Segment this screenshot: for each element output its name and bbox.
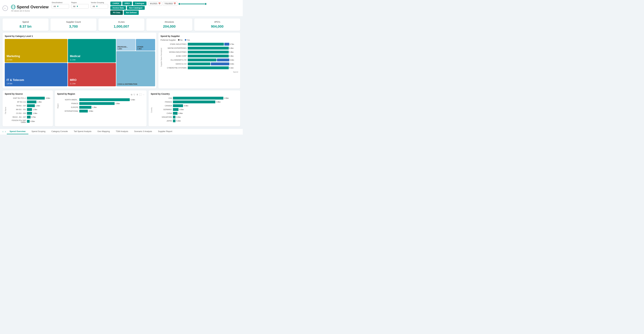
treemap-it[interactable]: IT & Telecom 1.6 bn — [5, 63, 68, 87]
opex-button[interactable]: OPEX — [122, 2, 132, 5]
no-text: No — [180, 39, 182, 41]
source-bar-value: 0.5bn — [30, 120, 35, 122]
download-icon[interactable]: ⬇ — [136, 93, 138, 96]
tab-item[interactable]: Spend Scoping — [29, 129, 48, 134]
supplier-bar-teal — [188, 63, 210, 65]
region-header: Spend by Region ⧉ ▽ ⬇ ⛶ ··· — [57, 93, 144, 97]
source-bar-fill — [27, 101, 36, 103]
supplier-bar-blue — [224, 43, 229, 46]
tab-item[interactable]: Spend Overview — [7, 129, 28, 134]
treemap-right-col: PROFESSI... 1.2bn OTHER 1.0bn COGS & DIS… — [116, 39, 155, 86]
supplier-bar-blue — [211, 63, 229, 65]
supplier-bar-name: CYBERDYNE SYSTEMS — [163, 67, 186, 69]
supplier-bar-name: GEKKO & CO — [163, 63, 186, 65]
kpi-card: Spend8.37 bn — [2, 19, 48, 31]
slider-thumb-left[interactable] — [178, 3, 180, 5]
date-from-input[interactable]: 8/1/2021 📅 — [149, 2, 162, 6]
kpi-card: #Invoices204,000 — [146, 19, 192, 31]
supplier-x-axis-label: Spend — [160, 71, 238, 73]
country-bar-row: GERMANY 0.5bn — [153, 108, 238, 111]
country-bar-fill — [173, 112, 178, 115]
expand-icon[interactable]: ⛶ — [139, 93, 142, 96]
toggle-row-2: Invoice Data Non Catalogue — [110, 6, 146, 10]
supplier-bar-name: WAYNE ENTERPRISES — [163, 47, 186, 49]
country-bar-fill — [173, 116, 176, 119]
no-legend: No — [178, 39, 182, 41]
treemap-medical[interactable]: Medical 1.1 bn — [68, 39, 116, 63]
region-bar-fill — [79, 106, 92, 109]
tab-item[interactable]: Geo Mapping — [94, 129, 112, 134]
supplier-bar-value: 0.3bn — [229, 51, 234, 53]
tab-item[interactable]: TSM Analysis — [113, 129, 131, 134]
supplier-bar-name: OLLIVANDER'S LTD — [163, 59, 186, 61]
tab-item[interactable]: Tail Spend Analysis — [71, 129, 94, 134]
country-bar-value: 3.8bn — [216, 101, 221, 103]
non-catalogue-button[interactable]: Non Catalogue — [127, 6, 145, 10]
date-to-input[interactable]: 7/31/2022 📅 — [163, 2, 177, 6]
calendar-icon: 📅 — [158, 3, 161, 5]
back-button[interactable]: ← — [2, 6, 8, 11]
region-bar-fill — [79, 98, 130, 101]
country-bars: USA 4.5bn FRANCE 3.8bn CANADA 0.9bn GERM… — [153, 97, 238, 123]
supplier-bar-value: 0.2bn — [230, 59, 234, 61]
region-title: Spend by Region — [57, 93, 75, 95]
po-data-button[interactable]: PO Data — [110, 11, 123, 15]
supplier-bar-value: 0.7bn — [230, 43, 234, 45]
source-bar-row: CG BU - 003 1.0bn — [7, 112, 50, 115]
tab-item[interactable]: Scenario 3 Analysis — [131, 129, 155, 134]
vendor-grouping-select[interactable]: All ▼ — [91, 4, 108, 9]
filters-area: Direct/Indirect All ▼ Region All ▼ Vendo… — [52, 2, 240, 15]
cogs-label: COGS & DISTRIBUTION — [118, 83, 154, 85]
source-bar-fill — [27, 120, 30, 123]
region-select[interactable]: All ▼ — [71, 4, 88, 9]
kpi-strip: Spend8.37 bnSupplier Count3,700#Lines1,0… — [0, 17, 243, 33]
supplier-bar-name: ACME CORP — [163, 55, 186, 57]
kpi-label: Supplier Count — [54, 21, 93, 23]
capex-button[interactable]: CAPEX — [110, 2, 121, 5]
not-defined-button[interactable]: Not Defined — [124, 11, 139, 15]
treemap-mro[interactable]: MRO 1.1 bn — [68, 63, 116, 87]
source-bar-fill — [27, 104, 35, 107]
supplier-bar-value: 0.4bn — [229, 47, 234, 49]
date-range: 8/1/2021 📅 7/31/2022 📅 — [149, 2, 207, 6]
direct-indirect-value: All — [54, 5, 56, 8]
other-value: 1.0bn — [137, 48, 154, 50]
supplier-bar-track: 0.7bn — [188, 43, 238, 46]
date-slider[interactable] — [178, 3, 207, 4]
invoice-data-button[interactable]: Invoice Data — [110, 6, 126, 10]
source-bars: IGWT BU PO's 1 4.6bn MT BU-111 1.9bn TM … — [7, 97, 51, 124]
category-panel: Spend by Category Level 1 Marketing 2.3 … — [2, 33, 156, 89]
slider-thumb-right[interactable] — [204, 3, 207, 5]
source-chart-wrap: File Name IGWT BU PO's 1 4.6bn MT BU-111… — [5, 97, 51, 124]
country-bar-row: CANADA 0.9bn — [153, 104, 238, 107]
medical-label: Medical — [70, 55, 114, 58]
kpi-label: #PO's — [198, 21, 237, 23]
treemap-professi[interactable]: PROFESSI... 1.2bn — [116, 39, 136, 51]
tab-next-button[interactable]: › — [4, 130, 6, 133]
direct-indirect-select[interactable]: All ▼ — [52, 4, 69, 9]
kpi-card: #PO's904,000 — [194, 19, 240, 31]
tab-item[interactable]: Supplier Report — [155, 129, 175, 134]
slider-fill — [178, 4, 207, 4]
kpi-label: #Lines — [102, 21, 141, 23]
source-bar-value: 0.7bn — [32, 116, 36, 118]
treemap-cogs[interactable]: COGS & DISTRIBUTION — [116, 51, 155, 87]
kpi-label: Spend — [6, 21, 46, 23]
treemap-other[interactable]: OTHER 1.0bn — [136, 39, 155, 51]
catalogue-button[interactable]: Catalogue — [133, 2, 146, 5]
region-bar-row: INTERNATIONAL 0.9bn — [60, 110, 144, 113]
filter-icon[interactable]: ▽ — [134, 93, 135, 96]
region-filter: Region All ▼ — [71, 2, 88, 9]
more-icon[interactable]: ··· — [143, 93, 144, 96]
yes-dot — [185, 39, 186, 41]
region-bars: NORTH AMERI... 5.4bn FRANCE 3.8bn EUROPE… — [60, 98, 144, 113]
tab-prev-button[interactable]: ‹ — [2, 130, 4, 133]
source-bar-value: 1.6bn — [36, 105, 40, 107]
it-value: 1.6 bn — [6, 82, 66, 85]
tab-item[interactable]: Category Console — [48, 129, 71, 134]
region-bar-name: EUROPE — [60, 106, 78, 108]
marketing-value: 2.3 bn — [6, 59, 66, 61]
copy-icon[interactable]: ⧉ — [131, 93, 132, 96]
treemap-marketing[interactable]: Marketing 2.3 bn — [5, 39, 68, 63]
region-bar-name: FRANCE — [60, 103, 78, 104]
